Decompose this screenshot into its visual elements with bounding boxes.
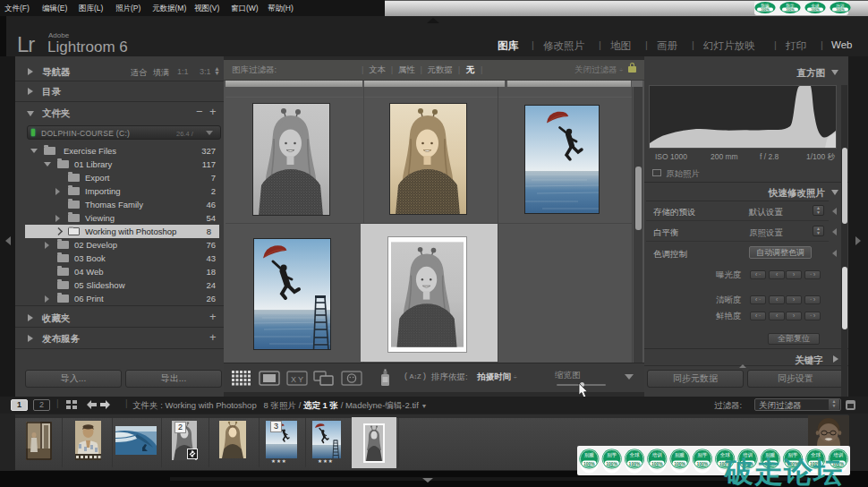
svg-text:防学: 防学 [787, 3, 796, 8]
svg-text:全球: 全球 [630, 452, 641, 457]
svg-text:别服: 别服 [584, 452, 595, 458]
svg-text:100%: 100% [811, 8, 820, 12]
svg-text:培训: 培训 [836, 4, 845, 8]
svg-text:100%: 100% [786, 8, 795, 12]
svg-text:别服: 别服 [675, 452, 685, 458]
svg-text:全球: 全球 [812, 4, 821, 8]
svg-text:别学: 别学 [697, 452, 708, 458]
svg-text:100%: 100% [761, 8, 770, 12]
svg-text:100%: 100% [836, 8, 845, 12]
svg-text:Y: Y [298, 375, 303, 384]
svg-text:X: X [291, 375, 296, 384]
svg-text:培训: 培训 [652, 452, 662, 458]
svg-text:别学: 别学 [607, 452, 617, 458]
svg-text:防骗: 防骗 [762, 3, 770, 9]
